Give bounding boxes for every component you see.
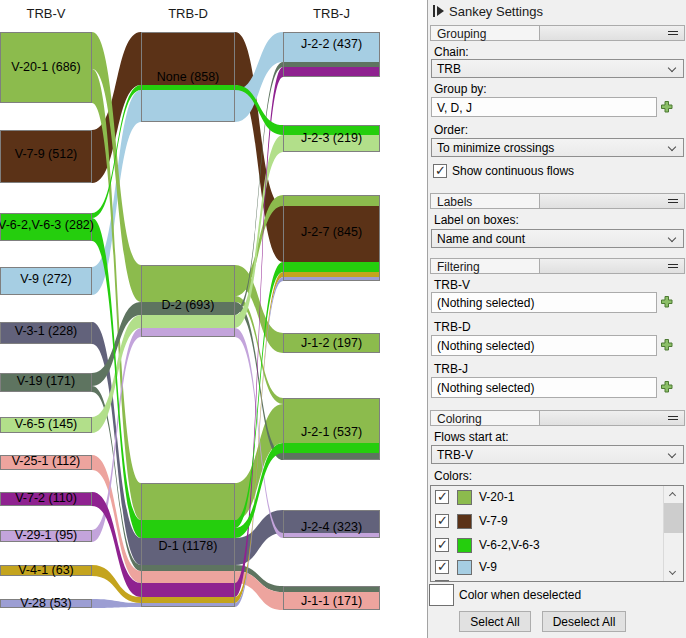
sankey-node-V-6-2,V-6-3[interactable]: V-6-2,V-6-3 (282) bbox=[0, 213, 94, 241]
filter-add-button-TRB-V[interactable] bbox=[660, 295, 674, 309]
sankey-node-label: V-28 (53) bbox=[20, 596, 71, 610]
sankey-node-V-29-1[interactable]: V-29-1 (95) bbox=[0, 528, 92, 542]
collapse-panel-icon[interactable] bbox=[433, 5, 447, 17]
flow-D-1-to-J-2-1[interactable] bbox=[235, 404, 283, 520]
node-band bbox=[141, 520, 235, 538]
flows-start-at-dropdown[interactable]: TRB-V bbox=[431, 445, 684, 464]
color-checkbox-V-7-9[interactable]: ✓ bbox=[435, 514, 449, 528]
color-name: V-6-2,V-6-3 bbox=[479, 538, 540, 552]
filter-add-button-TRB-J[interactable] bbox=[660, 380, 674, 394]
sankey-svg: V-20-1 (686)V-7-9 (512)V-6-2,V-6-3 (282)… bbox=[0, 0, 427, 638]
color-when-deselected-label: Color when deselected bbox=[459, 588, 581, 602]
color-checkbox-V-9[interactable]: ✓ bbox=[435, 560, 449, 574]
colors-list: ✓V-20-1✓V-7-9✓V-6-2,V-6-3✓V-9 bbox=[430, 485, 684, 582]
node-band bbox=[283, 62, 380, 67]
sankey-node-J-2-7[interactable]: J-2-7 (845) bbox=[283, 195, 380, 281]
sankey-node-label: J-2-7 (845) bbox=[301, 225, 362, 239]
coloring-header-label: Coloring bbox=[430, 410, 540, 426]
group-by-add-button[interactable] bbox=[660, 100, 674, 114]
collapse-section-icon[interactable] bbox=[668, 264, 678, 268]
chain-dropdown[interactable]: TRB bbox=[431, 59, 684, 78]
scroll-up-button[interactable] bbox=[664, 486, 683, 502]
panel-title: Sankey Settings bbox=[449, 4, 543, 19]
order-value: To minimize crossings bbox=[437, 141, 554, 155]
collapse-section-icon[interactable] bbox=[668, 416, 678, 420]
colors-label: Colors: bbox=[434, 469, 472, 483]
sankey-node-V-20-1[interactable]: V-20-1 (686) bbox=[0, 32, 92, 103]
arrow-down-icon bbox=[669, 568, 676, 575]
node-band bbox=[283, 195, 380, 206]
node-band bbox=[141, 583, 235, 597]
flow-V-29-1-to-D-2[interactable] bbox=[92, 328, 141, 542]
filter-field-TRB-D[interactable]: (Nothing selected) bbox=[431, 335, 657, 356]
column-header-TRB-J: TRB-J bbox=[313, 6, 350, 21]
order-dropdown[interactable]: To minimize crossings bbox=[431, 138, 684, 157]
colors-scrollbar[interactable] bbox=[663, 486, 683, 581]
sankey-node-label: J-2-1 (537) bbox=[301, 425, 362, 439]
group-by-input[interactable]: V, D, J bbox=[431, 97, 657, 117]
checkmark-icon: ✓ bbox=[437, 537, 448, 552]
select-all-button[interactable]: Select All bbox=[459, 611, 531, 632]
node-band bbox=[141, 565, 235, 571]
node-band bbox=[283, 67, 380, 77]
color-checkbox-V-20-1[interactable]: ✓ bbox=[435, 490, 449, 504]
sankey-node-J-2-4[interactable]: J-2-4 (323) bbox=[283, 510, 380, 538]
filter-field-TRB-V[interactable]: (Nothing selected) bbox=[431, 292, 657, 313]
grouping-section-header[interactable]: Grouping bbox=[430, 25, 685, 41]
chevron-down-icon bbox=[668, 450, 676, 458]
sankey-node-label: D-2 (693) bbox=[162, 298, 215, 312]
sankey-node-J-2-2[interactable]: J-2-2 (437) bbox=[283, 32, 380, 77]
sankey-node-V-6-5[interactable]: V-6-5 (145) bbox=[0, 417, 92, 433]
coloring-section-header[interactable]: Coloring bbox=[430, 410, 685, 426]
color-name: V-9 bbox=[479, 560, 497, 574]
column-header-TRB-D: TRB-D bbox=[168, 6, 208, 21]
show-continuous-flows-checkbox[interactable]: ✓ bbox=[433, 164, 447, 178]
sankey-node-V-7-2[interactable]: V-7-2 (110) bbox=[0, 491, 92, 506]
deselect-all-button[interactable]: Deselect All bbox=[542, 611, 626, 632]
node-band bbox=[141, 90, 235, 122]
node-band bbox=[141, 328, 235, 337]
sankey-node-label: V-7-9 (512) bbox=[15, 147, 78, 161]
sankey-settings-panel: Sankey Settings Grouping Chain: TRB Grou… bbox=[427, 0, 686, 638]
flows-start-at-label: Flows start at: bbox=[434, 430, 509, 444]
sankey-node-label: V-9 (272) bbox=[20, 272, 71, 286]
label-on-boxes-dropdown[interactable]: Name and count bbox=[431, 229, 684, 248]
sankey-node-D-2[interactable]: D-2 (693) bbox=[141, 265, 235, 337]
color-checkbox[interactable] bbox=[435, 580, 449, 582]
node-band bbox=[141, 483, 235, 520]
sankey-node-label: D-1 (1178) bbox=[159, 539, 218, 553]
sankey-node-label: None (858) bbox=[157, 70, 220, 84]
sankey-node-V-25-1[interactable]: V-25-1 (112) bbox=[0, 454, 92, 470]
color-list-item-V-7-9: ✓V-7-9 bbox=[435, 513, 508, 529]
color-checkbox-V-6-2,V-6-3[interactable]: ✓ bbox=[435, 538, 449, 552]
node-band bbox=[283, 272, 380, 277]
node-band bbox=[141, 315, 235, 328]
filter-add-button-TRB-D[interactable] bbox=[660, 338, 674, 352]
color-list-item-V-6-2,V-6-3: ✓V-6-2,V-6-3 bbox=[435, 537, 540, 553]
sankey-node-None[interactable]: None (858) bbox=[141, 32, 235, 122]
checkmark-icon: ✓ bbox=[437, 513, 448, 528]
sankey-node-J-2-3[interactable]: J-2-3 (219) bbox=[283, 125, 380, 152]
filter-label-TRB-D: TRB-D bbox=[434, 320, 471, 334]
sankey-node-V-9[interactable]: V-9 (272) bbox=[0, 267, 92, 295]
filter-field-TRB-J[interactable]: (Nothing selected) bbox=[431, 377, 657, 398]
color-when-deselected-swatch[interactable] bbox=[429, 584, 454, 606]
sankey-node-J-1-2[interactable]: J-1-2 (197) bbox=[283, 333, 380, 353]
collapse-section-icon[interactable] bbox=[668, 199, 678, 203]
sankey-node-V-7-9[interactable]: V-7-9 (512) bbox=[0, 130, 92, 183]
node-band bbox=[141, 597, 235, 603]
collapse-section-icon[interactable] bbox=[668, 31, 678, 35]
labels-section-header[interactable]: Labels bbox=[430, 193, 685, 209]
scrollbar-thumb[interactable] bbox=[664, 503, 683, 533]
filter-label-TRB-J: TRB-J bbox=[434, 362, 468, 376]
scroll-down-button[interactable] bbox=[664, 565, 683, 581]
sankey-node-V-28[interactable]: V-28 (53) bbox=[0, 596, 92, 610]
sankey-node-J-1-1[interactable]: J-1-1 (171) bbox=[283, 586, 380, 610]
sankey-node-J-2-1[interactable]: J-2-1 (537) bbox=[283, 398, 380, 460]
sankey-node-V-3-1[interactable]: V-3-1 (228) bbox=[0, 322, 92, 344]
filtering-section-header[interactable]: Filtering bbox=[430, 258, 685, 274]
show-continuous-flows-label: Show continuous flows bbox=[452, 164, 574, 178]
sankey-node-V-4-1[interactable]: V-4-1 (63) bbox=[0, 563, 92, 577]
sankey-node-D-1[interactable]: D-1 (1178) bbox=[141, 483, 235, 607]
sankey-node-V-19[interactable]: V-19 (171) bbox=[0, 373, 92, 392]
